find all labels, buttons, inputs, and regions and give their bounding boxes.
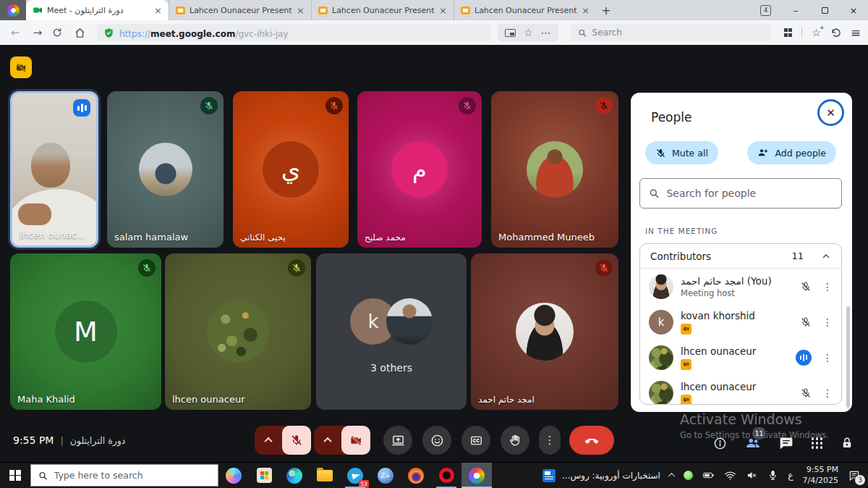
notification-count-badge: 3	[855, 475, 865, 485]
close-panel-button[interactable]: ✕	[817, 99, 844, 126]
microsoft-store-icon[interactable]	[249, 463, 279, 488]
home-button[interactable]	[75, 28, 90, 38]
tab-close-icon[interactable]: ×	[297, 6, 305, 15]
tab-count-badge[interactable]: 4	[760, 5, 771, 16]
more-options-icon[interactable]: ⋮	[822, 281, 833, 293]
raise-hand-button[interactable]	[501, 426, 529, 455]
refresh-button[interactable]	[52, 28, 68, 38]
video-tile-muneeb[interactable]: Mohammed Muneeb	[491, 91, 618, 248]
news-widget[interactable]: استخبارات أوروبية: روس...	[542, 469, 660, 482]
url-path: /gvc-ihki-jay	[235, 29, 288, 39]
more-options-icon[interactable]: ⋮	[822, 352, 833, 363]
tab-slides-2[interactable]: Lahcen Ounaceur Presentatio ×	[311, 0, 454, 20]
browser-search-input[interactable]	[592, 28, 763, 38]
contributors-header[interactable]: Contributors 11	[640, 244, 841, 269]
video-tile-lhcen-2[interactable]: lhcen ounaceur	[165, 253, 311, 410]
meeting-details-button[interactable]	[713, 437, 727, 450]
close-window-button[interactable]: ×	[839, 0, 868, 20]
reactions-button[interactable]	[422, 426, 451, 455]
telegram-app-icon[interactable]: 53	[340, 463, 370, 488]
antivirus-tray-icon[interactable]	[684, 471, 693, 480]
tab-close-icon[interactable]: ×	[582, 6, 590, 15]
blue-sphere-app-icon[interactable]: Z+	[370, 463, 401, 488]
copilot-app-icon[interactable]	[218, 463, 249, 488]
mic-off-icon[interactable]	[800, 387, 812, 399]
mute-all-button[interactable]: Mute all	[645, 141, 718, 164]
mic-off-icon[interactable]	[800, 316, 812, 328]
video-tile-lhcen-speaking[interactable]: lhcen ounac...	[10, 91, 98, 248]
mic-off-icon	[655, 148, 666, 159]
active-browser-icon[interactable]	[461, 463, 492, 488]
muted-mic-icon	[326, 97, 343, 114]
opera-browser-icon[interactable]	[431, 463, 461, 488]
more-options-icon[interactable]: ⋮	[822, 387, 833, 399]
taskbar-clock[interactable]: 9:55 PM 7/4/2025	[803, 465, 838, 487]
microphone-tray-icon[interactable]	[767, 470, 778, 481]
edge-browser-icon[interactable]	[279, 463, 310, 488]
video-tile-others[interactable]: k 3 others	[316, 253, 467, 410]
language-indicator[interactable]: ع	[788, 470, 793, 481]
tab-slides-3[interactable]: Lahcen Ounaceur Presentatio ×	[454, 0, 596, 20]
firefox-browser-icon[interactable]	[401, 463, 431, 488]
apps-grid-icon[interactable]	[784, 28, 793, 37]
camera-options-chevron[interactable]	[314, 437, 341, 443]
more-options-icon[interactable]: ⋮	[822, 316, 833, 328]
avatar	[649, 274, 673, 299]
host-controls-button[interactable]	[841, 437, 854, 450]
people-search-input[interactable]	[666, 188, 833, 199]
people-button[interactable]: 11	[745, 435, 761, 451]
restore-button[interactable]	[810, 0, 839, 20]
mic-muted-button[interactable]	[282, 426, 311, 455]
video-tile-yahya[interactable]: ي يحيى الكناني	[233, 91, 349, 248]
video-tile-salam[interactable]: salam hamalaw	[107, 91, 224, 248]
add-people-button[interactable]: Add people	[747, 141, 836, 164]
notification-center-button[interactable]: 3	[848, 469, 861, 482]
back-button[interactable]: ←	[7, 26, 23, 39]
tab-slides-1[interactable]: Lahcen Ounaceur Presentatio ×	[169, 0, 311, 20]
browser-search-box[interactable]	[571, 24, 770, 41]
search-icon	[649, 188, 659, 199]
url-text: https://meet.google.com/gvc-ihki-jay	[119, 26, 288, 40]
new-tab-button[interactable]: +	[596, 0, 616, 20]
mic-options-chevron[interactable]	[255, 437, 282, 443]
browser-menu-tile[interactable]	[0, 0, 26, 20]
tab-meet[interactable]: Meet - دورة الترايتلون ×	[26, 0, 169, 20]
video-tile-mohammed-s[interactable]: م محمد صليح	[357, 91, 482, 248]
file-explorer-icon[interactable]	[310, 463, 340, 488]
bookmark-star-icon[interactable]: ☆	[524, 28, 533, 38]
people-search-box[interactable]	[639, 178, 842, 209]
taskbar-search-box[interactable]	[30, 464, 218, 487]
chat-button[interactable]	[779, 436, 793, 450]
camera-off-warning-badge[interactable]	[10, 56, 32, 78]
present-screen-button[interactable]	[383, 426, 412, 455]
page-tools-group: ☆ ⋯	[498, 24, 558, 41]
end-call-button[interactable]	[569, 426, 614, 455]
camera-off-button[interactable]	[341, 426, 370, 455]
activities-icon[interactable]	[812, 437, 823, 449]
wifi-icon[interactable]	[724, 469, 736, 481]
tab-close-icon[interactable]: ×	[439, 6, 447, 15]
chevron-up-icon[interactable]	[821, 251, 831, 261]
video-tile-amjad[interactable]: امجد حاتم احمد	[471, 253, 618, 410]
undo-history-icon[interactable]	[830, 28, 841, 38]
tab-close-icon[interactable]: ×	[154, 6, 162, 15]
people-count-badge: 11	[752, 427, 765, 439]
captions-button[interactable]	[461, 426, 490, 455]
forward-button[interactable]: →	[30, 26, 46, 39]
volume-muted-icon[interactable]	[746, 469, 758, 481]
mic-off-icon[interactable]	[800, 281, 812, 293]
more-options-button[interactable]: ⋮	[539, 426, 561, 455]
video-tile-maha[interactable]: M Maha Khalid	[10, 253, 161, 410]
address-bar[interactable]: https://meet.google.com/gvc-ihki-jay	[97, 24, 491, 41]
windows-logo-icon	[9, 470, 21, 481]
hidden-icons-chevron[interactable]	[668, 473, 676, 480]
minimize-button[interactable]: –	[781, 0, 810, 20]
favorites-add-icon[interactable]: ☆	[812, 27, 821, 38]
more-actions-icon[interactable]: ⋯	[541, 28, 551, 38]
picture-in-picture-icon[interactable]	[505, 29, 516, 37]
battery-icon[interactable]	[702, 469, 715, 481]
panel-scrollbar[interactable]	[846, 306, 850, 408]
menu-icon[interactable]: ≡	[851, 27, 861, 39]
start-button[interactable]	[0, 463, 30, 488]
taskbar-search-input[interactable]	[54, 470, 210, 481]
